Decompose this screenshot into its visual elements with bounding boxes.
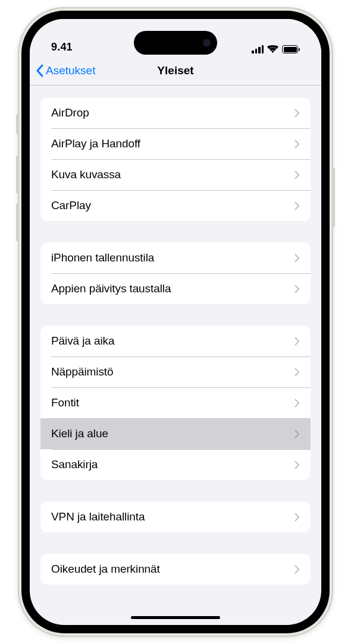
settings-row-label: Appien päivitys taustalla — [51, 282, 171, 295]
settings-row[interactable]: VPN ja laitehallinta — [40, 501, 311, 532]
chevron-right-icon — [294, 201, 300, 210]
status-icons — [252, 45, 300, 53]
chevron-right-icon — [294, 285, 300, 293]
battery-icon — [282, 45, 300, 53]
screen: 9.41 — [30, 19, 321, 625]
silence-switch — [16, 114, 18, 134]
chevron-right-icon — [294, 399, 300, 408]
chevron-right-icon — [294, 565, 300, 574]
settings-row[interactable]: AirPlay ja Handoff — [40, 128, 311, 159]
page-title: Yleiset — [157, 64, 193, 77]
settings-row-label: Kuva kuvassa — [51, 168, 121, 181]
chevron-right-icon — [294, 140, 300, 149]
chevron-right-icon — [294, 171, 300, 179]
volume-up-button — [16, 156, 18, 194]
chevron-right-icon — [294, 337, 300, 346]
navigation-bar: Asetukset Yleiset — [30, 56, 321, 86]
back-button[interactable]: Asetukset — [36, 64, 95, 77]
chevron-right-icon — [294, 460, 300, 469]
settings-group: AirDropAirPlay ja HandoffKuva kuvassaCar… — [40, 97, 311, 221]
status-time: 9.41 — [51, 41, 73, 53]
settings-row[interactable]: Näppäimistö — [40, 356, 311, 387]
settings-row-label: CarPlay — [51, 199, 91, 212]
power-button — [333, 168, 335, 227]
settings-row-label: Kieli ja alue — [51, 427, 108, 440]
settings-row-label: Oikeudet ja merkinnät — [51, 563, 160, 576]
chevron-left-icon — [36, 64, 43, 77]
settings-content[interactable]: AirDropAirPlay ja HandoffKuva kuvassaCar… — [30, 86, 321, 591]
settings-row-label: Päivä ja aika — [51, 334, 114, 348]
settings-group: VPN ja laitehallinta — [40, 501, 311, 532]
chevron-right-icon — [294, 430, 300, 438]
settings-group: Oikeudet ja merkinnät — [40, 554, 311, 585]
settings-row[interactable]: Kieli ja alue — [40, 418, 311, 449]
cellular-signal-icon — [252, 45, 264, 53]
wifi-icon — [267, 45, 278, 53]
chevron-right-icon — [294, 254, 300, 263]
settings-row-label: VPN ja laitehallinta — [51, 510, 145, 523]
chevron-right-icon — [294, 513, 300, 522]
settings-row-label: Näppäimistö — [51, 365, 114, 378]
chevron-right-icon — [294, 109, 300, 118]
device-frame: 9.41 — [18, 7, 333, 637]
volume-down-button — [16, 203, 18, 241]
settings-row[interactable]: iPhonen tallennustila — [40, 242, 311, 273]
settings-row[interactable]: Fontit — [40, 387, 311, 418]
settings-row[interactable]: AirDrop — [40, 97, 311, 128]
settings-row[interactable]: Sanakirja — [40, 449, 311, 480]
settings-row[interactable]: Päivä ja aika — [40, 326, 311, 356]
settings-group: iPhonen tallennustilaAppien päivitys tau… — [40, 242, 311, 304]
settings-row-label: AirPlay ja Handoff — [51, 137, 140, 150]
settings-row-label: AirDrop — [51, 106, 89, 119]
front-camera-icon — [203, 39, 211, 47]
settings-row-label: Sanakirja — [51, 458, 98, 471]
settings-row[interactable]: Appien päivitys taustalla — [40, 273, 311, 304]
chevron-right-icon — [294, 368, 300, 377]
settings-row-label: iPhonen tallennustila — [51, 251, 154, 264]
settings-row-label: Fontit — [51, 396, 79, 409]
device-bezel: 9.41 — [21, 11, 330, 633]
settings-row[interactable]: CarPlay — [40, 190, 311, 221]
dynamic-island — [134, 31, 217, 55]
home-indicator[interactable] — [131, 616, 220, 619]
settings-group: Päivä ja aikaNäppäimistöFontitKieli ja a… — [40, 326, 311, 480]
settings-row[interactable]: Kuva kuvassa — [40, 159, 311, 190]
settings-row[interactable]: Oikeudet ja merkinnät — [40, 554, 311, 585]
back-label: Asetukset — [46, 64, 95, 77]
